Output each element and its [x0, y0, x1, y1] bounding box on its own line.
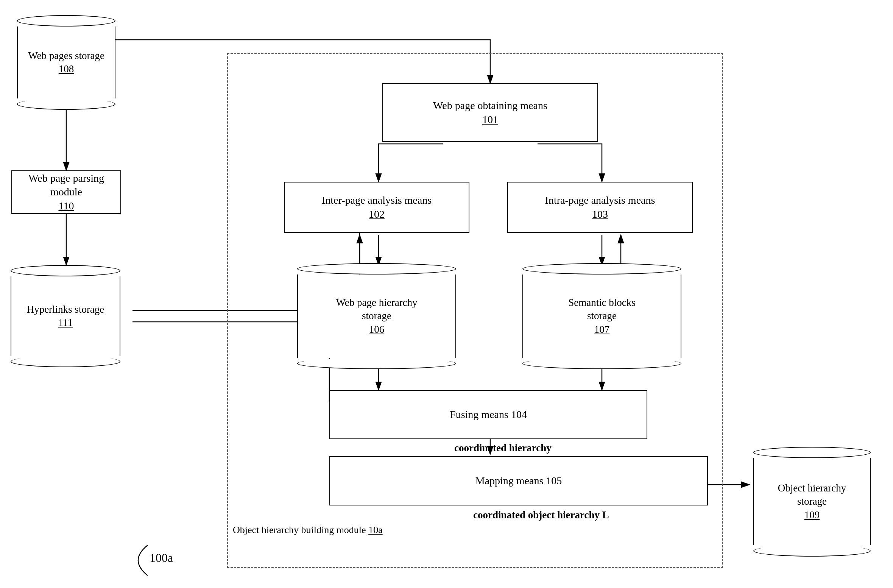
ref-label: 100a [150, 551, 173, 565]
fusing-means-label: Fusing means 104 [450, 408, 527, 421]
object-hierarchy-id: 109 [804, 509, 820, 521]
cyl-bottom-3 [297, 358, 456, 369]
inter-page-id: 102 [369, 208, 385, 220]
coordinated-object-text: coordinated object hierarchy L [473, 509, 609, 521]
hyperlinks-storage-cylinder: Hyperlinks storage 111 [11, 265, 120, 367]
cyl-body-5: Object hierarchystorage 109 [753, 458, 871, 545]
cylinder-body: Web pages storage 108 [17, 27, 115, 98]
cyl-body-2: Hyperlinks storage 111 [11, 276, 120, 356]
module-label-text: Object hierarchy building module [233, 524, 368, 535]
semantic-blocks-id: 107 [594, 324, 610, 335]
web-page-obtaining-box: Web page obtaining means 101 [382, 83, 598, 142]
mapping-means-box: Mapping means 105 [329, 456, 708, 505]
object-hierarchy-label: Object hierarchystorage [778, 482, 846, 507]
cyl-body-4: Semantic blocksstorage 107 [522, 275, 681, 358]
fusing-means-box: Fusing means 104 [329, 390, 647, 439]
web-page-parsing-id: 110 [59, 200, 74, 212]
web-page-parsing-module-box: Web page parsingmodule 110 [11, 170, 121, 214]
cyl-top-3 [297, 263, 456, 275]
intra-page-analysis-box: Intra-page analysis means 103 [507, 182, 693, 233]
cyl-bottom-2 [11, 356, 120, 367]
mapping-means-label: Mapping means 105 [475, 474, 562, 488]
hyperlinks-storage-label: Hyperlinks storage [27, 304, 104, 315]
web-page-hierarchy-cylinder: Web page hierarchystorage 106 [297, 263, 456, 369]
hyperlinks-storage-id: 111 [58, 317, 73, 328]
cyl-top-2 [11, 265, 120, 276]
cyl-body-3: Web page hierarchystorage 106 [297, 275, 456, 358]
web-page-obtaining-label: Web page obtaining means [433, 100, 547, 111]
web-page-hierarchy-id: 106 [369, 324, 385, 335]
web-pages-storage-cylinder: Web pages storage 108 [17, 15, 115, 110]
module-label: Object hierarchy building module 10a [233, 524, 383, 536]
ref-label-text: 100a [150, 551, 173, 565]
web-page-parsing-label: Web page parsingmodule [28, 172, 104, 198]
cyl-bottom-5 [753, 545, 871, 557]
coordinated-object-label: coordinated object hierarchy L [473, 509, 609, 521]
inter-page-analysis-box: Inter-page analysis means 102 [284, 182, 469, 233]
cyl-top-4 [522, 263, 681, 275]
object-hierarchy-cylinder: Object hierarchystorage 109 [753, 447, 871, 557]
semantic-blocks-cylinder: Semantic blocksstorage 107 [522, 263, 681, 369]
intra-page-id: 103 [592, 208, 608, 220]
cylinder-bottom [17, 98, 115, 110]
coordinated-hierarchy-label: coordinated hierarchy [454, 442, 552, 454]
coordinated-hierarchy-text: coordinated hierarchy [454, 442, 552, 454]
cyl-top-5 [753, 447, 871, 458]
cylinder-top [17, 15, 115, 27]
module-label-id: 10a [368, 524, 383, 535]
intra-page-label: Intra-page analysis means [545, 194, 655, 206]
diagram-container: Web pages storage 108 Web page parsingmo… [0, 0, 893, 588]
inter-page-label: Inter-page analysis means [322, 194, 432, 206]
cyl-bottom-4 [522, 358, 681, 369]
web-pages-storage-label: Web pages storage [28, 50, 104, 61]
web-page-hierarchy-label: Web page hierarchystorage [336, 297, 417, 321]
semantic-blocks-label: Semantic blocksstorage [568, 297, 636, 321]
web-pages-storage-id: 108 [59, 63, 74, 75]
web-page-obtaining-id: 101 [482, 114, 498, 125]
